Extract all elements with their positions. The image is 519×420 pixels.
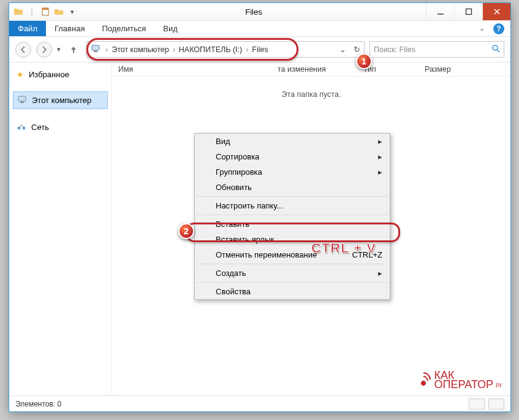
sidebar-item-this-pc[interactable]: Этот компьютер [13, 91, 108, 109]
content-body: ★ Избранное Этот компьютер Сеть [9, 63, 510, 395]
ctx-separator [197, 282, 388, 283]
ctx-item-label: Настроить папку... [216, 201, 283, 210]
chevron-right-icon: ▸ [378, 269, 382, 278]
ctx-item-label: Сортировка [216, 152, 259, 161]
ctx-item-properties[interactable]: Свойства [195, 284, 390, 299]
computer-icon [17, 94, 27, 106]
tab-view[interactable]: Вид [154, 21, 186, 36]
qat-dropdown-icon[interactable]: ▾ [67, 6, 78, 17]
breadcrumb-item[interactable]: Этот компьютер [109, 45, 171, 54]
ctx-item-customize[interactable]: Настроить папку... [195, 198, 390, 213]
chevron-right-icon: › [244, 45, 249, 54]
history-dropdown-icon[interactable]: ▾ [57, 45, 61, 53]
watermark: КАК ОПЕРАТОР .ру [415, 371, 502, 389]
search-icon [491, 44, 500, 55]
sidebar-item-label: Этот компьютер [32, 96, 91, 105]
address-bar[interactable]: › Этот компьютер › НАКОПИТЕЛЬ (I:) › Fil… [86, 41, 365, 58]
tab-home[interactable]: Главная [46, 21, 93, 36]
col-type[interactable]: Тип [363, 65, 425, 74]
empty-folder-message: Эта папка пуста. [112, 77, 510, 112]
col-date[interactable]: та изменения [278, 65, 363, 74]
ribbon-expand-icon[interactable]: ⌄ [479, 25, 485, 32]
ctx-separator [197, 215, 388, 215]
chevron-right-icon: › [172, 45, 176, 54]
svg-rect-3 [466, 9, 471, 15]
chevron-right-icon: ▸ [378, 137, 382, 146]
ctx-item-label: Свойства [216, 287, 251, 296]
svg-line-9 [497, 50, 499, 52]
ctx-item-group[interactable]: Группировка ▸ [195, 164, 390, 180]
col-name[interactable]: Имя [118, 65, 278, 74]
annotation-shortcut-text: CTRL + V [311, 240, 376, 256]
ctx-item-label: Создать [216, 269, 246, 278]
breadcrumb-item[interactable]: НАКОПИТЕЛЬ (I:) [176, 45, 244, 54]
col-size[interactable]: Размер [425, 65, 474, 74]
ctx-separator [197, 196, 388, 197]
star-icon: ★ [17, 70, 24, 79]
close-button[interactable] [482, 3, 510, 20]
tab-share[interactable]: Поделиться [93, 21, 154, 36]
up-button[interactable] [66, 42, 81, 58]
svg-rect-6 [92, 45, 99, 50]
new-folder-icon[interactable] [53, 6, 64, 17]
folder-icon [13, 6, 24, 17]
titlebar: | ▾ Files [9, 3, 510, 21]
nav-pane: ★ Избранное Этот компьютер Сеть [9, 63, 112, 395]
properties-icon[interactable] [40, 6, 51, 17]
ctx-item-label: Вставить [216, 220, 249, 229]
sidebar-item-favorites[interactable]: ★ Избранное [13, 67, 108, 82]
qat-sep-icon: | [26, 6, 37, 17]
ctx-item-paste[interactable]: Вставить [195, 216, 390, 232]
annotation-badge-2: 2 [178, 223, 194, 239]
svg-rect-1 [42, 8, 48, 10]
svg-rect-7 [94, 51, 97, 52]
context-menu: Вид ▸ Сортировка ▸ Группировка ▸ Обновит… [194, 133, 390, 300]
watermark-logo-icon [415, 371, 432, 388]
ctx-item-new[interactable]: Создать ▸ [195, 265, 390, 281]
ctx-item-label: Отменить переименование [216, 250, 317, 259]
tab-file[interactable]: Файл [9, 21, 46, 36]
ribbon-tabs: Файл Главная Поделиться Вид ⌄ ? [9, 21, 510, 37]
watermark-suffix: .ру [494, 380, 502, 389]
sidebar-item-label: Избранное [29, 70, 69, 79]
chevron-right-icon: ▸ [378, 167, 382, 177]
chevron-right-icon: ▸ [378, 152, 382, 161]
svg-point-8 [493, 45, 498, 50]
status-text: Элементов: 0 [15, 400, 61, 408]
annotation-badge-1: 1 [356, 53, 372, 69]
status-bar: Элементов: 0 [9, 395, 510, 411]
help-button[interactable]: ? [493, 23, 504, 34]
ctx-item-sort[interactable]: Сортировка ▸ [195, 149, 390, 164]
ctx-item-label: Обновить [216, 183, 252, 192]
view-icons-button[interactable] [488, 399, 504, 410]
refresh-button[interactable]: ↻ [354, 45, 360, 54]
window-title: Files [81, 7, 426, 17]
ctx-item-view[interactable]: Вид ▸ [195, 134, 390, 149]
ctx-item-refresh[interactable]: Обновить [195, 180, 390, 195]
minimize-button[interactable] [426, 3, 454, 20]
svg-rect-10 [18, 96, 26, 101]
view-details-button[interactable] [469, 399, 485, 410]
file-list-area[interactable]: Имя та изменения Тип Размер Эта папка пу… [112, 63, 510, 395]
back-button[interactable] [15, 42, 31, 58]
maximize-button[interactable] [454, 3, 482, 20]
breadcrumb-item[interactable]: Files [249, 45, 270, 54]
ctx-item-label: Группировка [216, 167, 262, 177]
window-controls [426, 3, 510, 20]
watermark-line2: ОПЕРАТОР [434, 380, 494, 389]
search-input[interactable]: Поиск: Files [369, 41, 504, 58]
sidebar-item-label: Сеть [31, 123, 49, 132]
chevron-right-icon: › [104, 45, 109, 54]
explorer-window: | ▾ Files Файл Главная Поделиться [9, 2, 511, 412]
svg-rect-11 [20, 102, 24, 103]
address-dropdown-icon[interactable]: ⌄ [339, 45, 346, 54]
ctx-item-label: Вставить ярлык [216, 235, 274, 244]
column-headers[interactable]: Имя та изменения Тип Размер [112, 63, 510, 77]
computer-icon [91, 44, 100, 55]
network-icon [17, 121, 26, 133]
quick-access-toolbar: | ▾ [9, 6, 81, 17]
ctx-item-label: Вид [216, 137, 230, 146]
forward-button[interactable] [36, 42, 52, 58]
sidebar-item-network[interactable]: Сеть [13, 119, 108, 136]
search-placeholder: Поиск: Files [374, 45, 415, 54]
